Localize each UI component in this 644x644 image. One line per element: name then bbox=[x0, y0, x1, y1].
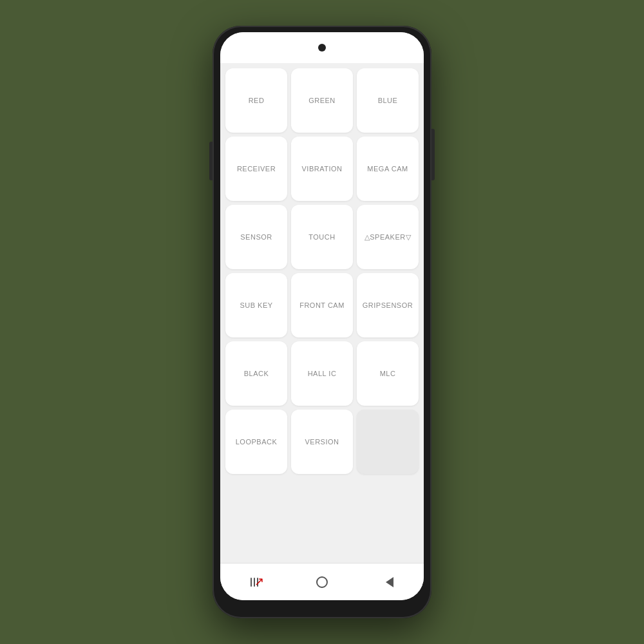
grid-item-label-blue: BLUE bbox=[375, 97, 401, 104]
grid-item-hall-ic[interactable]: HALL IC bbox=[291, 341, 353, 406]
grid-item-mega-cam[interactable]: MEGA CAM bbox=[357, 137, 419, 201]
grid-item-label-speaker: △SPEAKER▽ bbox=[362, 233, 413, 242]
back-button[interactable] bbox=[377, 569, 402, 595]
phone-device: REDGREENBLUERECEIVERVIBRATIONMEGA CAMSEN… bbox=[213, 26, 431, 618]
grid-item-label-hall-ic: HALL IC bbox=[305, 370, 339, 377]
grid-item-black[interactable]: BLACK bbox=[225, 341, 287, 406]
back-icon bbox=[386, 577, 393, 587]
recent-apps-button[interactable]: ↗ bbox=[242, 569, 267, 595]
grid-item-label-touch: TOUCH bbox=[306, 233, 337, 241]
home-button[interactable] bbox=[309, 569, 335, 595]
grid-item-vibration[interactable]: VIBRATION bbox=[291, 137, 353, 201]
grid-item-sensor[interactable]: SENSOR bbox=[225, 205, 287, 269]
grid-scroll-area[interactable]: REDGREENBLUERECEIVERVIBRATIONMEGA CAMSEN… bbox=[220, 63, 424, 563]
grid-item-label-sub-key: SUB KEY bbox=[237, 301, 275, 309]
grid-item-sub-key[interactable]: SUB KEY bbox=[225, 273, 287, 337]
grid-item-blue[interactable]: BLUE bbox=[357, 68, 419, 133]
grid-item-label-receiver: RECEIVER bbox=[234, 165, 278, 173]
grid-item-label-vibration: VIBRATION bbox=[299, 165, 345, 173]
phone-screen: REDGREENBLUERECEIVERVIBRATIONMEGA CAMSEN… bbox=[220, 32, 424, 600]
grid-item-label-green: GREEN bbox=[306, 97, 338, 104]
grid-item-mlc[interactable]: MLC bbox=[357, 341, 419, 406]
grid-item-green[interactable]: GREEN bbox=[291, 68, 353, 133]
grid-item-empty1 bbox=[357, 410, 419, 474]
grid-item-version[interactable]: VERSION bbox=[291, 410, 353, 474]
front-camera-dot bbox=[318, 44, 326, 52]
grid-item-label-red: RED bbox=[246, 97, 267, 104]
grid-item-label-version: VERSION bbox=[302, 438, 341, 446]
test-grid: REDGREENBLUERECEIVERVIBRATIONMEGA CAMSEN… bbox=[223, 66, 421, 477]
grid-item-label-black: BLACK bbox=[242, 370, 272, 377]
grid-item-label-sensor: SENSOR bbox=[238, 233, 274, 241]
grid-item-label-mlc: MLC bbox=[377, 370, 399, 377]
home-icon bbox=[316, 576, 328, 588]
grid-item-speaker[interactable]: △SPEAKER▽ bbox=[357, 205, 419, 269]
grid-item-touch[interactable]: TOUCH bbox=[291, 205, 353, 269]
grid-item-label-front-cam: FRONT CAM bbox=[297, 301, 347, 309]
grid-item-front-cam[interactable]: FRONT CAM bbox=[291, 273, 353, 337]
grid-item-red[interactable]: RED bbox=[225, 68, 287, 133]
red-arrow-indicator: ↗ bbox=[254, 576, 264, 587]
grid-item-loopback[interactable]: LOOPBACK bbox=[225, 410, 287, 474]
grid-item-gripsensor[interactable]: GRIPSENSOR bbox=[357, 273, 419, 337]
grid-item-label-gripsensor: GRIPSENSOR bbox=[360, 301, 415, 309]
grid-item-label-mega-cam: MEGA CAM bbox=[365, 165, 410, 173]
screen-top-bar bbox=[220, 32, 424, 63]
grid-item-label-loopback: LOOPBACK bbox=[233, 438, 280, 446]
navigation-bar: ↗ bbox=[220, 563, 424, 600]
grid-item-receiver[interactable]: RECEIVER bbox=[225, 137, 287, 201]
